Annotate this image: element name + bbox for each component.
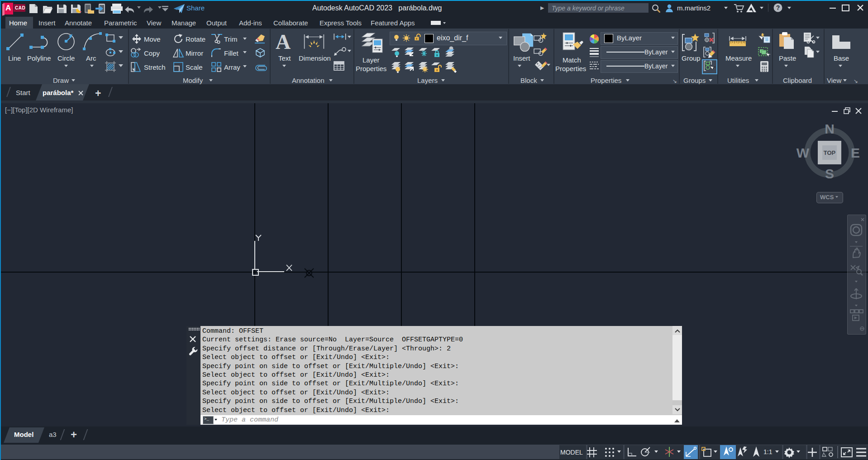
svg-text:E: E (851, 145, 860, 160)
svg-text:W: W (796, 145, 810, 160)
svg-text:?: ? (776, 4, 780, 11)
svg-text:S: S (825, 166, 834, 181)
svg-text:N: N (825, 121, 835, 136)
svg-text:TOP: TOP (824, 149, 836, 156)
